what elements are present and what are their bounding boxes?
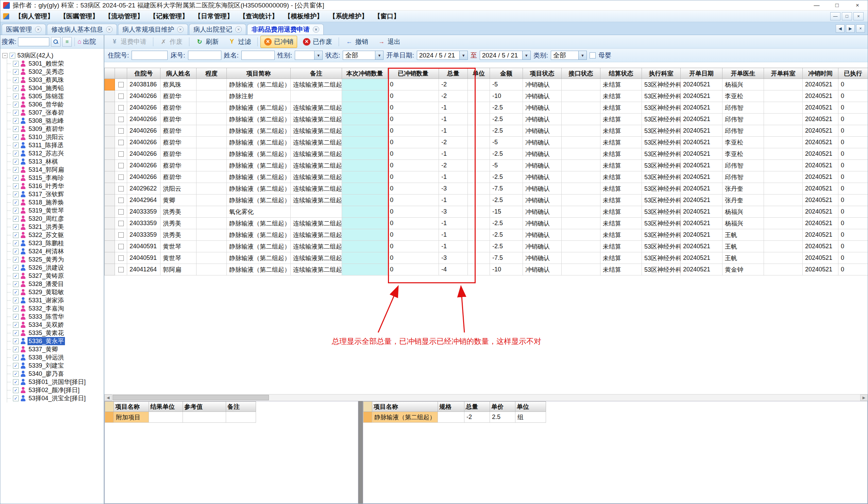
patient-checkbox[interactable]: ✓ <box>13 151 19 156</box>
patient-checkbox[interactable]: ✓ <box>13 306 19 311</box>
exit-button[interactable]: →退出 <box>374 36 404 48</box>
patient-item[interactable]: ✓5339_刘建宝 <box>7 361 104 370</box>
column-header[interactable]: 执行科室 <box>642 68 681 79</box>
patient-item[interactable]: ✓5324_柯清林 <box>7 247 104 255</box>
patient-item[interactable]: ✓5314_郭阿扁 <box>7 166 104 174</box>
patient-item[interactable]: ✓5312_苏志兴 <box>7 149 104 157</box>
patient-checkbox[interactable]: ✓ <box>13 102 19 107</box>
search-input[interactable] <box>18 38 49 46</box>
patient-checkbox[interactable]: ✓ <box>13 273 19 279</box>
patient-checkbox[interactable]: ✓ <box>13 232 19 238</box>
patient-checkbox[interactable]: ✓ <box>13 249 19 254</box>
void-button[interactable]: ✗作废 <box>156 36 186 48</box>
patient-checkbox[interactable]: ✓ <box>13 363 19 369</box>
patient-checkbox[interactable]: ✓ <box>13 281 19 287</box>
category-select[interactable]: 全部 ▼ <box>551 51 587 60</box>
close-button[interactable]: × <box>847 0 868 10</box>
patient-item[interactable]: ✓53择01_洪国华[择日] <box>7 378 104 386</box>
table-row[interactable]: 24033359洪秀美静脉输液（第二组起）连续输液第二组起0-1-2.5冲销确认… <box>105 218 868 229</box>
patient-checkbox[interactable]: ✓ <box>13 289 19 295</box>
table-row[interactable]: 24040266蔡碧华静脉输液（第二组起）连续输液第二组起0-2-5冲销确认未结… <box>105 137 868 148</box>
menu-item-2[interactable]: 【流动管理】 <box>102 12 146 21</box>
column-header[interactable]: 病人姓名 <box>161 68 197 79</box>
patient-checkbox[interactable]: ✓ <box>13 224 19 230</box>
patient-item[interactable]: ✓53择02_颜净[择日] <box>7 386 104 394</box>
tab-close-icon[interactable]: × <box>35 26 41 33</box>
maximize-button[interactable]: □ <box>827 0 847 10</box>
patient-item[interactable]: ✓5325_黄秀为 <box>7 255 104 264</box>
column-header[interactable]: 项目简称 <box>227 68 291 79</box>
row-checkbox[interactable] <box>118 82 124 88</box>
mother-baby-checkbox[interactable] <box>590 52 596 59</box>
tab-discharge-register[interactable]: 病人出院登记× <box>189 24 246 35</box>
column-header[interactable]: 冲销时间 <box>803 68 838 79</box>
patient-item[interactable]: ✓5301_赖世荣 <box>7 60 104 68</box>
patient-checkbox[interactable]: ✓ <box>13 85 19 91</box>
order-date-to-picker[interactable]: 2024 / 5 / 21 ▼ <box>480 51 531 60</box>
table-row[interactable]: 24040266蔡碧华静脉输液（第二组起）连续输液第二组起0-1-2.5冲销确认… <box>105 148 868 160</box>
column-header[interactable]: 开单科室 <box>764 68 803 79</box>
menu-item-7[interactable]: 【系统维护】 <box>326 12 371 21</box>
row-checkbox[interactable] <box>118 221 124 226</box>
patient-checkbox[interactable]: ✓ <box>13 175 19 181</box>
column-header[interactable]: 备注 <box>291 68 342 79</box>
table-row[interactable]: 24040266蔡碧华静脉输液（第二组起）连续输液第二组起0-1-2.5冲销确认… <box>105 102 868 114</box>
table-row[interactable]: 静脉输液（第二组起）-22.5组 <box>363 412 546 423</box>
row-checkbox[interactable] <box>118 198 124 203</box>
patient-list-button[interactable]: ≡ <box>62 37 72 47</box>
patient-checkbox[interactable]: ✓ <box>13 338 19 344</box>
column-header[interactable]: 已执行 <box>838 68 868 79</box>
patient-item[interactable]: ✓5309_蔡碧华 <box>7 125 104 133</box>
discharge-button[interactable]: ⌂ 出院 <box>78 38 96 46</box>
table-row[interactable]: 24040266蔡碧华静脉输液（第二组起）连续输液第二组起0-1-2.5冲销确认… <box>105 125 868 137</box>
root-checkbox[interactable]: ✓ <box>10 53 15 59</box>
patient-item[interactable]: ✓53择04_洪宝全[择日] <box>7 394 104 402</box>
scrollbar-track[interactable] <box>112 394 860 401</box>
patient-checkbox[interactable]: ✓ <box>13 77 19 83</box>
patient-item[interactable]: ✓5331_谢家添 <box>7 296 104 305</box>
patient-checkbox[interactable]: ✓ <box>13 118 19 124</box>
row-checkbox[interactable] <box>118 267 124 272</box>
chevron-down-icon[interactable]: ▼ <box>578 51 587 60</box>
scroll-right-icon[interactable]: ▶ <box>860 394 868 401</box>
patient-item[interactable]: ✓5304_施秀铅 <box>7 84 104 92</box>
patient-checkbox[interactable]: ✓ <box>13 257 19 263</box>
patient-checkbox[interactable]: ✓ <box>13 167 19 173</box>
table-row[interactable]: 24033359洪秀美氧化雾化0-3-15冲销确认未结算53区神经外科20240… <box>105 206 868 218</box>
table-row[interactable]: 24040591黄世琴静脉输液（第二组起）连续输液第二组起0-3-7.5冲销确认… <box>105 252 868 264</box>
patient-checkbox[interactable]: ✓ <box>13 126 19 132</box>
column-header[interactable]: 项目状态 <box>523 68 562 79</box>
scroll-tabs-left-icon[interactable]: ◀ <box>836 24 845 33</box>
patient-item[interactable]: ✓5335_黄素花 <box>7 329 104 337</box>
row-checkbox[interactable] <box>118 209 124 215</box>
table-row[interactable]: 24040266蔡碧华静脉输液（第二组起）连续输液第二组起0-2-5冲销确认未结… <box>105 160 868 172</box>
patient-checkbox[interactable]: ✓ <box>13 143 19 148</box>
column-header[interactable]: 程度 <box>197 68 227 79</box>
chevron-down-icon[interactable]: ▼ <box>375 51 383 60</box>
patient-item[interactable]: ✓5336_黄永平 <box>7 337 104 345</box>
patient-checkbox[interactable]: ✓ <box>13 192 19 197</box>
patient-item[interactable]: ✓5327_黄铸原 <box>7 272 104 280</box>
patient-checkbox[interactable]: ✓ <box>13 110 19 116</box>
patient-item[interactable]: ✓5310_洪阳云 <box>7 133 104 141</box>
patient-item[interactable]: ✓5340_廖乃喜 <box>7 370 104 378</box>
patient-checkbox[interactable]: ✓ <box>13 387 19 393</box>
menu-item-1[interactable]: 【医嘱管理】 <box>57 12 102 21</box>
patient-checkbox[interactable]: ✓ <box>13 265 19 271</box>
patient-checkbox[interactable]: ✓ <box>13 159 19 165</box>
voided-button[interactable]: ×已作废 <box>299 36 336 48</box>
chevron-down-icon[interactable]: ▼ <box>459 51 467 60</box>
scroll-left-icon[interactable]: ◀ <box>104 394 112 401</box>
patient-item[interactable]: ✓5319_黄世琴 <box>7 206 104 215</box>
row-checkbox[interactable] <box>118 174 124 180</box>
gender-select[interactable]: ▼ <box>295 51 323 60</box>
mdi-restore-button[interactable]: □ <box>842 12 852 20</box>
patient-checkbox[interactable]: ✓ <box>13 216 19 222</box>
patient-item[interactable]: ✓5317_张钦辉 <box>7 190 104 198</box>
column-header[interactable]: 住院号 <box>127 68 161 79</box>
patient-checkbox[interactable]: ✓ <box>13 240 19 246</box>
patient-checkbox[interactable]: ✓ <box>13 395 19 401</box>
patient-item[interactable]: ✓5308_骆志峰 <box>7 117 104 125</box>
row-checkbox[interactable] <box>118 232 124 238</box>
refund-apply-button[interactable]: ¥退费申请 <box>107 36 150 48</box>
